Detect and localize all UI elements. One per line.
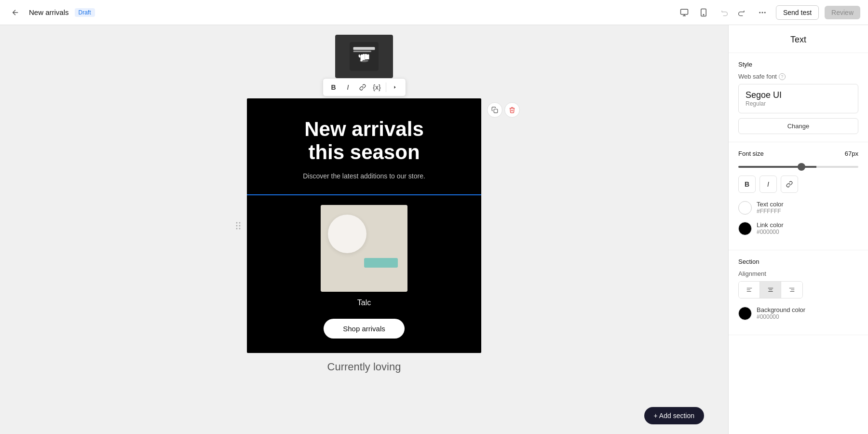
bg-color-hex: #000000 xyxy=(757,313,805,320)
svg-point-7 xyxy=(764,12,766,13)
redo-button[interactable] xyxy=(733,5,749,20)
topbar-right: Send test Review xyxy=(677,5,860,20)
product-image xyxy=(321,205,407,292)
bold-format-button[interactable]: B xyxy=(738,176,756,193)
shop-arrivals-button[interactable]: Shop arrivals xyxy=(324,319,405,339)
web-safe-label: Web safe font xyxy=(738,73,777,80)
font-name: Segoe UI xyxy=(746,90,851,100)
italic-button[interactable]: I xyxy=(341,81,355,94)
send-test-button[interactable]: Send test xyxy=(776,5,819,20)
device-icons xyxy=(677,5,711,20)
svg-point-15 xyxy=(239,225,241,226)
undo-redo-group xyxy=(717,5,749,20)
toolbar-divider xyxy=(386,82,386,92)
font-size-label: Font size xyxy=(738,150,764,157)
email-subtext: Discover the latest additions to our sto… xyxy=(261,172,467,180)
web-safe-row: Web safe font ? xyxy=(738,73,858,80)
canvas-area: B I {x} xyxy=(0,25,728,434)
alignment-row xyxy=(738,281,803,298)
info-icon[interactable]: ? xyxy=(779,73,786,80)
svg-rect-0 xyxy=(680,9,688,14)
align-left-button[interactable] xyxy=(739,282,760,298)
section-panel: Section Alignment Background color xyxy=(729,250,868,335)
drag-handle[interactable] xyxy=(233,216,243,235)
text-color-label: Text color xyxy=(757,201,784,208)
mobile-icon[interactable] xyxy=(696,5,711,20)
topbar-left: New arrivals Draft xyxy=(8,5,95,20)
link-format-button[interactable] xyxy=(781,176,798,193)
font-style: Regular xyxy=(746,100,851,107)
font-size-section: Font size 67px B I Text color #FFFFFF xyxy=(729,142,868,250)
text-color-hex: #FFFFFF xyxy=(757,208,784,215)
bg-color-label: Background color xyxy=(757,306,805,313)
link-color-info: Link color #000000 xyxy=(757,221,784,235)
bg-color-info: Background color #000000 xyxy=(757,306,805,320)
block-actions xyxy=(487,102,520,118)
svg-point-11 xyxy=(360,59,368,62)
italic-format-button[interactable]: I xyxy=(760,176,777,193)
svg-rect-18 xyxy=(494,109,498,113)
svg-point-12 xyxy=(236,222,238,223)
below-block-text: Currently loving xyxy=(327,361,401,373)
text-color-row: Text color #FFFFFF xyxy=(738,201,858,215)
duplicate-block-button[interactable] xyxy=(487,102,502,118)
page-title: New arrivals xyxy=(29,8,69,16)
main-layout: B I {x} xyxy=(0,25,868,434)
right-panel: Text Style Web safe font ? Segoe UI Regu… xyxy=(728,25,868,434)
link-color-label: Link color xyxy=(757,221,784,229)
panel-title: Text xyxy=(729,25,868,53)
topbar: New arrivals Draft Send test Review xyxy=(0,0,868,25)
undo-button[interactable] xyxy=(717,5,732,20)
review-button[interactable]: Review xyxy=(825,6,860,19)
alignment-label: Alignment xyxy=(738,270,858,277)
text-color-swatch[interactable] xyxy=(738,201,752,215)
link-color-swatch[interactable] xyxy=(738,222,752,235)
link-color-row: Link color #000000 xyxy=(738,221,858,235)
style-section-title: Style xyxy=(738,61,858,68)
format-row: B I xyxy=(738,176,858,193)
font-display-box: Segoe UI Regular xyxy=(738,84,858,113)
delete-block-button[interactable] xyxy=(504,102,520,118)
svg-point-17 xyxy=(239,228,241,229)
align-right-button[interactable] xyxy=(781,282,802,298)
variable-button[interactable]: {x} xyxy=(370,81,384,94)
desktop-icon[interactable] xyxy=(677,5,692,20)
font-size-value: 67px xyxy=(845,150,858,157)
product-name: Talc xyxy=(357,298,371,307)
email-heading: New arrivals this season xyxy=(261,118,467,164)
svg-point-6 xyxy=(761,12,763,13)
svg-point-13 xyxy=(239,222,241,223)
add-section-button[interactable]: + Add section xyxy=(644,407,704,424)
more-options-button[interactable] xyxy=(755,5,770,20)
font-size-row: Font size 67px xyxy=(738,150,858,157)
align-center-button[interactable] xyxy=(760,282,781,298)
style-section: Style Web safe font ? Segoe UI Regular C… xyxy=(729,53,868,142)
email-text-section: New arrivals this season Discover the la… xyxy=(247,98,481,195)
section-panel-title: Section xyxy=(738,258,858,265)
change-font-button[interactable]: Change xyxy=(738,118,858,134)
bold-button[interactable]: B xyxy=(327,81,340,94)
bg-color-swatch[interactable] xyxy=(738,307,752,320)
more-format-button[interactable] xyxy=(388,81,402,94)
link-button[interactable] xyxy=(356,81,369,94)
svg-rect-10 xyxy=(353,51,372,52)
email-block: New arrivals this season Discover the la… xyxy=(247,98,481,353)
slider-container xyxy=(738,161,858,170)
bg-color-row: Background color #000000 xyxy=(738,306,858,320)
product-image-graphic xyxy=(321,205,407,292)
text-toolbar: B I {x} xyxy=(323,78,406,96)
svg-point-5 xyxy=(759,12,760,13)
svg-rect-9 xyxy=(353,47,375,50)
font-size-slider[interactable] xyxy=(738,166,858,168)
email-block-wrapper: New arrivals this season Discover the la… xyxy=(247,98,481,353)
back-button[interactable] xyxy=(8,5,23,20)
svg-point-14 xyxy=(236,225,238,226)
link-color-hex: #000000 xyxy=(757,229,784,235)
svg-point-4 xyxy=(703,14,704,15)
svg-point-16 xyxy=(236,228,238,229)
text-color-info: Text color #FFFFFF xyxy=(757,201,784,215)
email-product-section: Talc Shop arrivals xyxy=(247,195,481,353)
email-header-image xyxy=(335,35,393,78)
draft-badge: Draft xyxy=(75,8,95,17)
